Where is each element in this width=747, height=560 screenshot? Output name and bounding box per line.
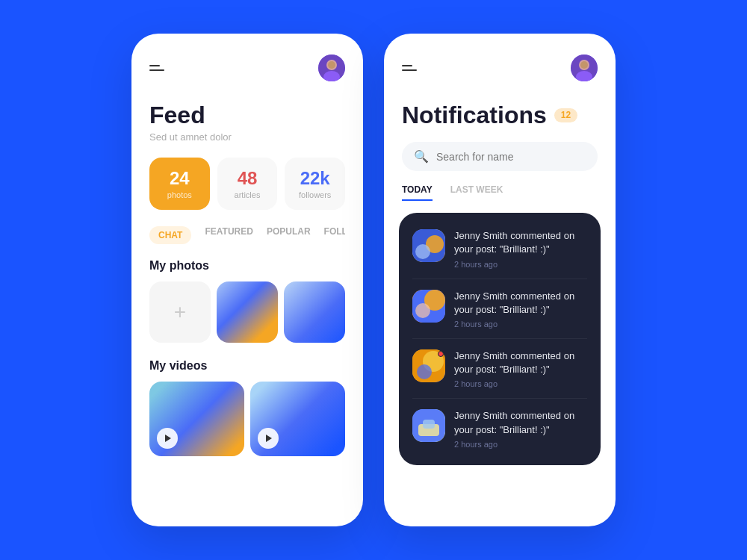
stat-label-articles: articles [235,190,261,199]
notif-content-2: Jenny Smith commented on your post: "Bri… [454,290,587,329]
notif-header [402,55,598,81]
notifications-phone: Notifications 12 🔍 TODAY LAST WEEK [384,34,616,526]
avatar[interactable] [318,55,345,81]
plus-icon: + [174,300,186,324]
search-icon: 🔍 [414,149,429,164]
notification-item-2[interactable]: Jenny Smith commented on your post: "Bri… [399,279,601,339]
stat-photos: 24 photos [149,158,210,210]
notifications-list: Jenny Smith commented on your post: "Bri… [399,213,601,465]
feed-phone: Feed Sed ut amnet dolor 24 photos 48 art… [131,34,363,526]
notification-count-badge: 12 [554,108,577,122]
play-icon-1 [165,435,171,442]
play-button-1[interactable] [157,428,178,449]
photo-item-2[interactable] [284,281,345,343]
notif-page-title: Notifications 12 [402,102,598,128]
notif-avatar-4 [412,409,445,442]
stat-number-photos: 24 [170,168,190,189]
svg-rect-19 [423,420,435,429]
notif-text-3: Jenny Smith commented on your post: "Bri… [454,349,587,376]
search-bar[interactable]: 🔍 [402,142,598,171]
notif-avatar-3 [412,349,445,382]
feed-header [149,55,345,81]
svg-point-10 [415,244,430,259]
stat-label-photos: photos [167,190,192,199]
notif-content-1: Jenny Smith commented on your post: "Bri… [454,229,587,268]
hamburger-icon[interactable] [149,65,164,71]
svg-point-7 [580,61,588,69]
notif-text-1: Jenny Smith commented on your post: "Bri… [454,229,587,256]
tab-last-week[interactable]: LAST WEEK [450,184,503,201]
tab-follow[interactable]: FOLLO... [324,226,345,244]
stat-followers: 22k followers [285,158,345,210]
notif-avatar-user[interactable] [571,55,598,81]
notification-item-4[interactable]: Jenny Smith commented on your post: "Bri… [399,399,601,458]
stat-number-articles: 48 [238,168,258,189]
svg-point-3 [328,61,335,69]
video-item-1[interactable] [149,382,244,456]
play-button-2[interactable] [258,428,279,449]
play-icon-2 [266,435,272,442]
notif-time-4: 2 hours ago [454,440,587,449]
notif-time-3: 2 hours ago [454,379,587,388]
feed-tab-row: CHAT FEATURED POPULAR FOLLO... [149,226,345,244]
my-videos-title: My videos [149,359,345,373]
notif-hamburger-icon[interactable] [402,65,417,71]
search-input[interactable] [436,151,586,163]
stat-articles: 48 articles [217,158,278,210]
notif-text-2: Jenny Smith commented on your post: "Bri… [454,290,587,317]
notif-content-4: Jenny Smith commented on your post: "Bri… [454,409,587,448]
tab-popular[interactable]: POPULAR [267,226,311,244]
svg-point-13 [415,303,430,318]
phones-container: Feed Sed ut amnet dolor 24 photos 48 art… [131,4,616,556]
notif-time-1: 2 hours ago [454,260,587,269]
tab-chat[interactable]: CHAT [149,226,191,244]
stat-number-followers: 22k [300,168,330,189]
notif-content-3: Jenny Smith commented on your post: "Bri… [454,349,587,388]
video-item-2[interactable] [250,382,345,456]
notification-dot-3 [438,351,444,357]
notif-time-2: 2 hours ago [454,320,587,329]
photos-grid: + [149,281,345,343]
notif-avatar-1 [412,229,445,262]
tab-today[interactable]: TODAY [402,184,433,201]
notification-item-1[interactable]: Jenny Smith commented on your post: "Bri… [399,219,601,279]
add-photo-button[interactable]: + [149,281,211,343]
tab-featured[interactable]: FEATURED [205,226,252,244]
page-title: Feed [149,102,345,128]
notif-title-text: Notifications [402,102,547,128]
notif-text-4: Jenny Smith commented on your post: "Bri… [454,409,587,436]
notification-item-3[interactable]: Jenny Smith commented on your post: "Bri… [399,339,601,399]
stats-row: 24 photos 48 articles 22k followers [149,158,345,210]
photo-item-1[interactable] [217,281,278,343]
videos-grid [149,382,345,456]
page-subtitle: Sed ut amnet dolor [149,131,345,143]
svg-point-16 [417,364,432,379]
my-photos-title: My photos [149,259,345,273]
date-tabs: TODAY LAST WEEK [402,184,598,201]
notif-avatar-2 [412,290,445,323]
stat-label-followers: followers [299,190,331,199]
